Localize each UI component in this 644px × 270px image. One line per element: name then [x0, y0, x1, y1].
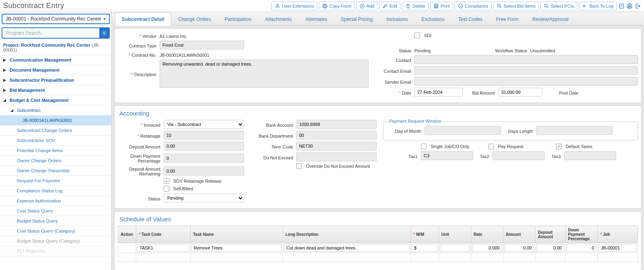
sidebar-group-bid[interactable]: ▶Bid Management — [0, 85, 111, 95]
sidebar-group-budget[interactable]: ◢Budget & Cost Management — [0, 95, 111, 105]
sidebar-item-pcip[interactable]: PCI Projection — [0, 246, 111, 256]
deposit-amount-input[interactable] — [164, 142, 244, 150]
tab-subcontract-detail[interactable]: Subcontract Detail — [115, 12, 171, 26]
sidebar-item-oct[interactable]: Owner Change Transmittal — [0, 166, 111, 176]
sov-header-job[interactable]: * Job — [598, 226, 638, 243]
tab-text-codes[interactable]: Text Codes — [451, 12, 489, 26]
default-taxes-checkbox[interactable]: ✓ — [556, 144, 562, 149]
print-icon — [433, 3, 439, 9]
edit-icon[interactable] — [618, 3, 625, 9]
edit-button[interactable]: Edit — [379, 2, 400, 10]
sidebar-item-bsqc[interactable]: Budget Status Query (Category) — [0, 236, 111, 246]
self-billed-checkbox[interactable] — [164, 186, 169, 192]
sov-job-input[interactable] — [599, 244, 637, 252]
sov-header-task-name[interactable]: Task Name — [191, 226, 283, 243]
description-textarea[interactable]: Removing unwanted, dead or damaged trees… — [160, 60, 369, 88]
term-code-input[interactable] — [296, 142, 377, 150]
print-button[interactable]: Print — [430, 2, 453, 10]
deposit-remaining-input[interactable] — [164, 167, 244, 175]
sov-retainage-checkbox[interactable]: ✓ — [164, 178, 169, 184]
sidebar-item-ea[interactable]: Expense Authorization — [0, 196, 111, 206]
acct-status-select[interactable]: Pending — [164, 194, 244, 202]
sov-header-unit[interactable]: Unit — [439, 226, 471, 243]
select-bid-button[interactable]: Select Bid Items — [493, 2, 539, 10]
sov-header-task-code[interactable]: * Task Code — [136, 226, 191, 243]
sov-rate-input[interactable] — [472, 244, 502, 252]
sidebar-group-subcontractor-prequal[interactable]: ▶Subcontractor Prequalification — [0, 75, 111, 85]
sidebar-item-rfp[interactable]: Request For Payment — [0, 176, 111, 186]
sov-wm-input[interactable] — [412, 244, 438, 252]
sov-amount-input[interactable] — [504, 244, 534, 252]
sov-deposit-input[interactable] — [536, 244, 564, 252]
sov-header-action[interactable]: Action — [118, 226, 136, 243]
tax1-input[interactable] — [421, 151, 473, 160]
retainage-input[interactable] — [164, 131, 244, 140]
sidebar-item-selected-contract[interactable]: JB-00001A1LAWNS0001 — [0, 115, 111, 126]
contract-type-label: Contract Type — [118, 42, 158, 48]
logout-icon[interactable] — [634, 3, 641, 9]
contract-type-input[interactable] — [160, 41, 244, 49]
select-pci-button[interactable]: Select PCIs — [540, 2, 577, 10]
project-dropdown[interactable]: JB-00001 - Rockford Community Rec Center… — [2, 14, 110, 24]
single-job-checkbox[interactable] — [421, 144, 427, 149]
bid-amount-input[interactable] — [498, 88, 542, 97]
bank-account-input[interactable] — [296, 120, 377, 129]
sidebar-item-pci[interactable]: Potential Change Items — [0, 146, 111, 156]
sov-task-code-input[interactable] — [137, 244, 189, 252]
sidebar-item-csl[interactable]: Compliance Status Log — [0, 186, 111, 196]
sidebar-item-csq[interactable]: Cost Status Query — [0, 206, 111, 216]
sov-header-wm[interactable]: * W/M — [411, 226, 439, 243]
sov-panel: Schedule of Values Action * Task Code Ta… — [114, 211, 642, 270]
sidebar-group-communication[interactable]: ▶Communication Management — [0, 55, 111, 65]
sidebar-subcontract[interactable]: ◢Subcontract — [0, 105, 111, 115]
delete-button[interactable]: Delete — [402, 2, 429, 10]
tab-change-orders[interactable]: Change Orders — [171, 12, 218, 26]
search-settings-button[interactable] — [99, 28, 109, 38]
sov-down-pct-input[interactable] — [566, 244, 597, 252]
back-to-log-button[interactable]: Back To Log — [579, 2, 617, 10]
sender-email-input[interactable] — [414, 77, 638, 86]
add-button[interactable]: Add — [356, 2, 378, 10]
sov-unit-input[interactable] — [440, 244, 470, 252]
contact-email-input[interactable] — [414, 66, 638, 75]
sidebar-item-bsq[interactable]: Budget Status Query — [0, 216, 111, 226]
sidebar-group-document[interactable]: ▶Document Management — [0, 65, 111, 75]
dne-input[interactable] — [296, 153, 377, 161]
tab-special-pricing[interactable]: Special Pricing — [334, 12, 379, 26]
bank-dept-input[interactable] — [296, 131, 377, 140]
tab-participation[interactable]: Participation — [218, 12, 258, 26]
sov-header-long-desc[interactable]: Long Description — [283, 226, 411, 243]
sov-header-rate[interactable]: Rate — [471, 226, 503, 243]
sidebar-item-ssov[interactable]: Subcontractor SOV — [0, 136, 111, 146]
invoiced-select[interactable]: Via - Subcontract — [164, 120, 244, 129]
sidebar-item-oco[interactable]: Owner Change Orders — [0, 156, 111, 166]
tab-exclusions[interactable]: Exclusions — [415, 12, 451, 26]
tab-alternates[interactable]: Alternates — [299, 12, 334, 26]
tab-attachments[interactable]: Attachments — [258, 12, 299, 26]
tax3-input[interactable] — [564, 151, 616, 160]
pay-request-checkbox[interactable] — [488, 144, 494, 149]
sidebar-item-csqc[interactable]: Cost Status Query (Category) — [0, 226, 111, 236]
days-length-input[interactable] — [536, 126, 613, 135]
sov-header-deposit[interactable]: Deposit Amount — [535, 226, 566, 243]
tab-review-approval[interactable]: Review/Approval — [525, 12, 575, 26]
program-search-input[interactable] — [2, 28, 99, 38]
sov-header-amount[interactable]: Amount — [503, 226, 535, 243]
sov-task-name-input[interactable] — [191, 244, 282, 252]
down-pct-input[interactable] — [164, 154, 244, 163]
date-input[interactable] — [414, 88, 463, 97]
tax2-input[interactable] — [492, 151, 545, 160]
user-extensions-button[interactable]: User Extensions — [271, 2, 317, 10]
copy-from-button[interactable]: Copy From — [319, 2, 354, 10]
sov-long-desc-input[interactable] — [284, 244, 410, 252]
sidebar-item-sco[interactable]: Subcontract Change Orders — [0, 126, 111, 136]
day-of-month-input[interactable] — [425, 126, 501, 135]
compliance-button[interactable]: Compliance — [455, 2, 492, 10]
override-dne-checkbox[interactable] — [296, 163, 302, 169]
tab-inclusions[interactable]: Inclusions — [379, 12, 414, 26]
tab-free-form[interactable]: Free Form — [489, 12, 525, 26]
sov-header-down-pct[interactable]: Down Payment Percentage — [566, 226, 598, 243]
user-circle-icon[interactable] — [626, 3, 633, 9]
sdi-checkbox[interactable] — [414, 33, 420, 38]
contact-input[interactable] — [414, 55, 638, 64]
